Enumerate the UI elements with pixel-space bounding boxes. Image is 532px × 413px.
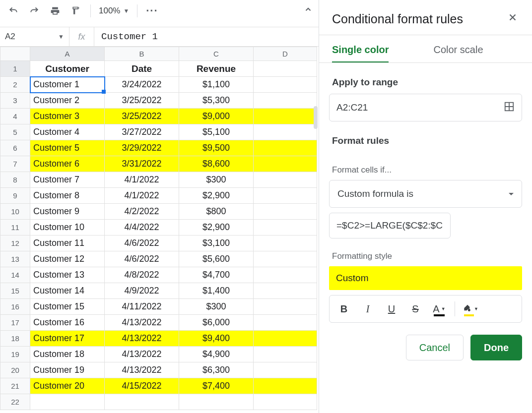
row-header[interactable]: 11 bbox=[0, 220, 30, 236]
undo-button[interactable] bbox=[4, 1, 23, 20]
cell-D14[interactable] bbox=[254, 267, 317, 283]
cell-B11[interactable]: 4/4/2022 bbox=[105, 220, 179, 236]
cell-C17[interactable]: $6,000 bbox=[179, 315, 254, 331]
cell-D1[interactable] bbox=[254, 61, 317, 77]
row-header[interactable]: 8 bbox=[0, 172, 30, 188]
cell-C15[interactable]: $1,400 bbox=[179, 283, 254, 299]
cell-B15[interactable]: 4/9/2022 bbox=[105, 283, 179, 299]
cell-C9[interactable]: $2,900 bbox=[179, 188, 254, 204]
collapse-toolbar-button[interactable] bbox=[304, 5, 313, 16]
cell-B22[interactable] bbox=[105, 394, 179, 410]
cell-B13[interactable]: 4/6/2022 bbox=[105, 251, 179, 267]
italic-button[interactable]: I bbox=[359, 299, 376, 318]
cell-A12[interactable]: Customer 11 bbox=[30, 236, 105, 251]
cell-B8[interactable]: 4/1/2022 bbox=[105, 172, 179, 188]
paint-format-button[interactable] bbox=[66, 1, 85, 20]
cell-B12[interactable]: 4/6/2022 bbox=[105, 236, 179, 251]
cell-B4[interactable]: 3/25/2022 bbox=[105, 109, 179, 124]
cell-A1[interactable]: Customer bbox=[30, 61, 105, 77]
column-header-D[interactable]: D bbox=[254, 47, 317, 61]
bold-button[interactable]: B bbox=[335, 299, 352, 318]
cell-D12[interactable] bbox=[254, 236, 317, 251]
formula-input[interactable]: =$C2>=LARGE($C$2:$C bbox=[329, 213, 451, 238]
print-button[interactable] bbox=[46, 1, 65, 20]
cell-C13[interactable]: $5,600 bbox=[179, 251, 254, 267]
cell-D20[interactable] bbox=[254, 362, 317, 378]
cell-C21[interactable]: $7,400 bbox=[179, 378, 254, 394]
cell-B17[interactable]: 4/13/2022 bbox=[105, 315, 179, 331]
cell-D3[interactable] bbox=[254, 93, 317, 109]
cell-A6[interactable]: Customer 5 bbox=[30, 140, 105, 156]
row-header[interactable]: 14 bbox=[0, 267, 30, 283]
cell-B10[interactable]: 4/2/2022 bbox=[105, 204, 179, 220]
row-header[interactable]: 19 bbox=[0, 347, 30, 362]
cell-A5[interactable]: Customer 4 bbox=[30, 124, 105, 140]
row-header[interactable]: 3 bbox=[0, 93, 30, 109]
formula-input[interactable]: Customer 1 bbox=[94, 31, 319, 42]
cell-A4[interactable]: Customer 3 bbox=[30, 109, 105, 124]
cell-A13[interactable]: Customer 12 bbox=[30, 251, 105, 267]
underline-button[interactable]: U bbox=[383, 299, 400, 318]
cell-A18[interactable]: Customer 17 bbox=[30, 331, 105, 347]
cell-C16[interactable]: $300 bbox=[179, 299, 254, 315]
cell-B5[interactable]: 3/27/2022 bbox=[105, 124, 179, 140]
tab-color-scale[interactable]: Color scale bbox=[433, 44, 483, 63]
text-color-button[interactable]: A▼ bbox=[431, 299, 448, 318]
cell-D4[interactable] bbox=[254, 109, 317, 124]
column-header-A[interactable]: A bbox=[30, 47, 105, 61]
row-header[interactable]: 17 bbox=[0, 315, 30, 331]
name-box[interactable]: A2 ▼ bbox=[0, 27, 69, 47]
done-button[interactable]: Done bbox=[470, 335, 522, 360]
cell-B18[interactable]: 4/13/2022 bbox=[105, 331, 179, 347]
cell-A22[interactable] bbox=[30, 394, 105, 410]
cell-B20[interactable]: 4/13/2022 bbox=[105, 362, 179, 378]
cell-C20[interactable]: $6,300 bbox=[179, 362, 254, 378]
select-all-corner[interactable] bbox=[0, 47, 30, 61]
cell-A15[interactable]: Customer 14 bbox=[30, 283, 105, 299]
cell-C1[interactable]: Revenue bbox=[179, 61, 254, 77]
cell-D13[interactable] bbox=[254, 251, 317, 267]
cell-D15[interactable] bbox=[254, 283, 317, 299]
cell-C4[interactable]: $9,000 bbox=[179, 109, 254, 124]
cell-B9[interactable]: 4/1/2022 bbox=[105, 188, 179, 204]
cell-B21[interactable]: 4/15/2022 bbox=[105, 378, 179, 394]
cell-A19[interactable]: Customer 18 bbox=[30, 347, 105, 362]
select-range-icon[interactable] bbox=[504, 101, 515, 115]
cell-A7[interactable]: Customer 6 bbox=[30, 156, 105, 172]
row-header[interactable]: 9 bbox=[0, 188, 30, 204]
cell-C7[interactable]: $8,600 bbox=[179, 156, 254, 172]
row-header[interactable]: 20 bbox=[0, 362, 30, 378]
cell-D2[interactable] bbox=[254, 77, 317, 93]
cell-C14[interactable]: $4,700 bbox=[179, 267, 254, 283]
cell-D7[interactable] bbox=[254, 156, 317, 172]
cell-A16[interactable]: Customer 15 bbox=[30, 299, 105, 315]
condition-dropdown[interactable]: Custom formula is bbox=[329, 180, 522, 208]
cell-C11[interactable]: $2,900 bbox=[179, 220, 254, 236]
row-header[interactable]: 7 bbox=[0, 156, 30, 172]
cell-C10[interactable]: $800 bbox=[179, 204, 254, 220]
cell-D11[interactable] bbox=[254, 220, 317, 236]
cell-C8[interactable]: $300 bbox=[179, 172, 254, 188]
cell-B2[interactable]: 3/24/2022 bbox=[105, 77, 179, 93]
cell-A10[interactable]: Customer 9 bbox=[30, 204, 105, 220]
cell-D21[interactable] bbox=[254, 378, 317, 394]
cell-C2[interactable]: $1,100 bbox=[179, 77, 254, 93]
cell-B6[interactable]: 3/29/2022 bbox=[105, 140, 179, 156]
cell-D8[interactable] bbox=[254, 172, 317, 188]
cell-A8[interactable]: Customer 7 bbox=[30, 172, 105, 188]
row-header[interactable]: 1 bbox=[0, 61, 30, 77]
cell-C5[interactable]: $5,100 bbox=[179, 124, 254, 140]
cell-A17[interactable]: Customer 16 bbox=[30, 315, 105, 331]
cell-B3[interactable]: 3/25/2022 bbox=[105, 93, 179, 109]
close-button[interactable] bbox=[504, 9, 521, 29]
cell-A9[interactable]: Customer 8 bbox=[30, 188, 105, 204]
cell-D10[interactable] bbox=[254, 204, 317, 220]
row-header[interactable]: 4 bbox=[0, 109, 30, 124]
cell-D17[interactable] bbox=[254, 315, 317, 331]
row-header[interactable]: 18 bbox=[0, 331, 30, 347]
cell-D16[interactable] bbox=[254, 299, 317, 315]
vertical-scrollbar[interactable] bbox=[314, 106, 318, 129]
row-header[interactable]: 21 bbox=[0, 378, 30, 394]
strikethrough-button[interactable]: S bbox=[407, 299, 424, 318]
row-header[interactable]: 5 bbox=[0, 124, 30, 140]
